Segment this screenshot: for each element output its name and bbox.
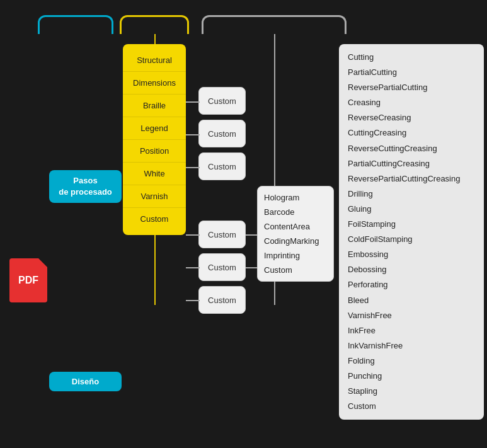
option-contentarea: ContentArea <box>264 221 327 233</box>
list-bleed: Bleed <box>348 294 475 307</box>
list-coldfoilstamping: ColdFoilStamping <box>348 233 475 246</box>
custom-btn-legend[interactable]: Custom <box>198 152 246 180</box>
yellow-item-legend: Legend <box>123 117 186 140</box>
list-perforating: Perforating <box>348 278 475 292</box>
yellow-item-white: White <box>123 163 186 185</box>
connector-braille <box>186 134 200 135</box>
yellow-item-dimensions: Dimensions <box>123 72 186 95</box>
pasos-text: Pasosde procesado <box>59 176 112 197</box>
list-gluing: Gluing <box>348 202 475 216</box>
option-barcode: Barcode <box>264 206 327 218</box>
brace-gray <box>202 15 347 34</box>
yellow-column: Structural Dimensions Braille Legend Pos… <box>123 44 186 235</box>
pdf-label: PDF <box>18 275 38 286</box>
right-list: Cutting PartialCutting ReversePartialCut… <box>339 44 484 420</box>
option-custom-middle: Custom <box>264 264 327 276</box>
list-cuttingcreasing: CuttingCreasing <box>348 126 475 140</box>
brace-blue <box>38 15 113 34</box>
list-drilling: Drilling <box>348 187 475 201</box>
custom-btn-dimensions[interactable]: Custom <box>198 87 246 115</box>
list-stapling: Stapling <box>348 384 475 398</box>
list-punching: Punching <box>348 369 475 383</box>
list-custom-right: Custom <box>348 399 475 413</box>
label-pasos[interactable]: Pasosde procesado <box>49 170 122 203</box>
list-embossing: Embossing <box>348 248 475 261</box>
list-reversecuttingcreasing: ReverseCuttingCreasing <box>348 142 475 156</box>
diagram-container: Structural Dimensions Braille Legend Pos… <box>0 13 487 441</box>
list-inkvarnishfree: InkVarnishFree <box>348 339 475 353</box>
list-debossing: Debossing <box>348 263 475 277</box>
list-foilstamping: FoilStamping <box>348 217 475 231</box>
list-reversepartialcuttingcreasing: ReversePartialCuttingCreasing <box>348 172 475 186</box>
diseno-text: Diseño <box>72 377 99 386</box>
connector-custom-row <box>186 300 200 301</box>
custom-btn-braille[interactable]: Custom <box>198 120 246 147</box>
option-imprinting: Imprinting <box>264 250 327 261</box>
connector-white <box>186 234 200 236</box>
label-diseno[interactable]: Diseño <box>49 372 122 391</box>
yellow-item-position: Position <box>123 140 186 163</box>
yellow-item-braille: Braille <box>123 95 186 117</box>
middle-options-box: Hologram Barcode ContentArea CodingMarki… <box>257 186 334 282</box>
custom-btn-custom-row[interactable]: Custom <box>198 286 246 314</box>
option-hologram: Hologram <box>264 192 327 204</box>
yellow-item-structural: Structural <box>123 49 186 72</box>
yellow-item-custom: Custom <box>123 208 186 230</box>
connector-middle-options2 <box>246 267 257 268</box>
connector-varnish <box>186 267 200 268</box>
custom-btn-varnish[interactable]: Custom <box>198 253 246 281</box>
list-creasing: Creasing <box>348 96 475 110</box>
list-reversecreasing: ReverseCreasing <box>348 111 475 125</box>
list-inkfree: InkFree <box>348 324 475 338</box>
brace-yellow <box>120 15 189 34</box>
connector-dimensions <box>186 101 200 103</box>
yellow-item-varnish: Varnish <box>123 185 186 208</box>
pdf-icon: PDF <box>9 258 47 302</box>
list-partialcutting: PartialCutting <box>348 66 475 79</box>
list-reversepartialcutting: ReversePartialCutting <box>348 81 475 95</box>
list-cutting: Cutting <box>348 50 475 64</box>
list-folding: Folding <box>348 354 475 368</box>
list-varnishfree: VarnishFree <box>348 309 475 323</box>
connector-legend <box>186 167 200 168</box>
connector-middle-options <box>246 234 257 236</box>
custom-btn-white[interactable]: Custom <box>198 221 246 248</box>
option-codingmarking: CodingMarking <box>264 235 327 247</box>
list-partialcuttingcreasing: PartialCuttingCreasing <box>348 157 475 171</box>
